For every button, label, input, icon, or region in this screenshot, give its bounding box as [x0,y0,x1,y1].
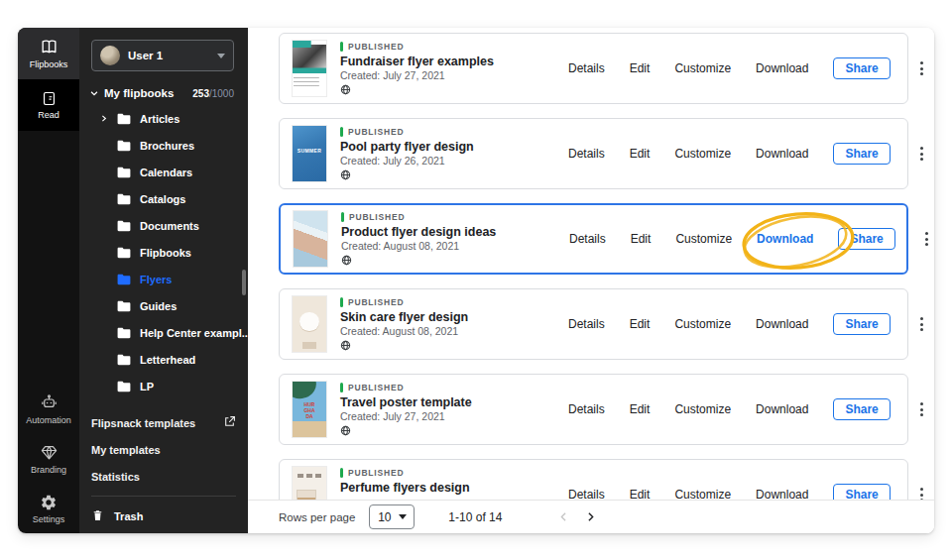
download-button[interactable]: Download [756,61,808,75]
folder-lp[interactable]: LP [79,373,248,399]
link-statistics[interactable]: Statistics [79,463,248,490]
folder-icon [117,140,131,152]
folder-label: Documents [140,220,199,232]
folder-flyers[interactable]: Flyers [79,266,248,292]
folder-articles[interactable]: Articles [79,105,248,132]
customize-button[interactable]: Customize [674,402,731,416]
status-badge: PUBLISHED [348,297,404,307]
folder-icon [117,274,131,285]
status-badge: PUBLISHED [348,127,404,137]
user-dropdown[interactable]: User 1 [91,40,234,71]
folder-guides[interactable]: Guides [79,292,248,319]
link-my-templates[interactable]: My templates [79,436,248,463]
download-button[interactable]: Download [756,317,808,331]
trash-label: Trash [114,510,143,522]
flipbook-title: Product flyer design ideas [341,225,569,239]
details-button[interactable]: Details [568,402,605,416]
flipbook-info: PUBLISHED Skin care flyer design Created… [340,297,568,351]
folder-catalogs[interactable]: Catalogs [79,185,248,212]
status-badge: PUBLISHED [348,42,404,52]
share-button[interactable]: Share [833,143,890,165]
details-button[interactable]: Details [568,61,605,75]
edit-button[interactable]: Edit [631,232,652,246]
flipbook-thumbnail[interactable]: HUR GHA DA [292,381,327,438]
share-button[interactable]: Share [833,313,890,335]
details-button[interactable]: Details [568,147,605,161]
kebab-menu-icon[interactable] [920,228,933,250]
edit-button[interactable]: Edit [630,402,651,416]
flipbook-thumbnail[interactable] [292,40,327,97]
kebab-menu-icon[interactable] [915,313,928,335]
folder-calendars[interactable]: Calendars [79,159,248,185]
customize-button[interactable]: Customize [674,317,731,331]
folder-flipbooks[interactable]: Flipbooks [79,239,248,266]
my-flipbooks-toggle[interactable]: My flipbooks 253/1000 [89,87,234,99]
kebab-menu-icon[interactable] [915,143,928,165]
row-actions: Details Edit Customize Download Share [569,228,933,250]
customize-button[interactable]: Customize [674,61,731,75]
trash-item[interactable]: Trash [79,503,248,530]
rail-item-flipbooks[interactable]: Flipbooks [18,28,79,79]
kebab-menu-icon[interactable] [915,57,928,79]
folder-brochures[interactable]: Brochures [79,132,248,159]
folder-label: Guides [140,300,177,312]
edit-button[interactable]: Edit [630,147,651,161]
folder-help-center-examples[interactable]: Help Center exampl... [79,319,248,346]
folder-label: Calendars [140,167,192,178]
trash-icon [91,508,104,524]
page: Flipbooks Read Automation Branding [0,0,952,560]
avatar [100,46,120,65]
download-button[interactable]: Download [756,402,808,416]
pagination-range: 1-10 of 14 [448,510,502,524]
globe-icon [340,425,568,436]
rows-per-page-select[interactable]: 10 [369,504,415,529]
flipbook-row: SUMMER PUBLISHED Pool party flyer design… [279,118,908,189]
flipbook-cards: PUBLISHED Fundraiser flyer examples Crea… [279,33,908,530]
flipbook-thumbnail[interactable]: SUMMER [292,125,327,182]
next-page-button[interactable] [584,510,597,523]
row-actions: Details Edit Customize Download Share [568,313,928,335]
details-button[interactable]: Details [568,317,605,331]
folder-documents[interactable]: Documents [79,212,248,239]
my-flipbooks-label: My flipbooks [104,87,187,99]
rail-item-automation[interactable]: Automation [18,385,79,434]
flipbook-thumbnail[interactable] [292,295,327,353]
customize-button[interactable]: Customize [675,232,732,246]
customize-button[interactable]: Customize [674,147,731,161]
status-badge: PUBLISHED [348,383,404,392]
flipbook-title: Fundraiser flyer examples [340,55,568,68]
rail-item-settings[interactable]: Settings [18,484,79,533]
share-button[interactable]: Share [838,228,894,250]
edit-button[interactable]: Edit [630,61,651,75]
rail-item-read[interactable]: Read [18,79,79,131]
created-date: Created: August 08, 2021 [340,325,568,338]
download-button-highlighted[interactable]: Download [757,232,813,246]
link-flipsnack-templates[interactable]: Flipsnack templates [79,409,248,436]
details-button[interactable]: Details [569,232,606,246]
rows-per-page-value: 10 [378,510,391,524]
folder-icon [117,354,131,366]
chevron-down-icon [89,88,99,98]
folder-letterhead[interactable]: Letterhead [79,346,248,373]
share-button[interactable]: Share [833,398,890,420]
globe-icon [341,255,569,266]
status-indicator [340,383,343,392]
edit-button[interactable]: Edit [630,317,651,331]
previous-page-button[interactable] [557,510,570,523]
flipbook-thumbnail[interactable] [293,210,328,268]
divider [91,496,236,497]
flipbook-title: Skin care flyer design [340,310,568,324]
scrollbar-thumb[interactable] [242,270,246,295]
folder-icon [117,167,131,178]
rail-item-label: Settings [33,514,65,524]
folder-label: Flyers [140,274,172,285]
rail-item-branding[interactable]: Branding [18,434,79,484]
gem-icon [40,443,59,462]
kebab-menu-icon[interactable] [915,398,928,420]
flipbook-row: HUR GHA DA PUBLISHED Travel poster templ… [279,374,908,445]
status-badge: PUBLISHED [348,468,404,478]
folder-label: Help Center exampl... [140,327,251,339]
download-button[interactable]: Download [756,147,808,161]
share-button[interactable]: Share [833,57,890,79]
folder-label: Catalogs [140,193,185,205]
